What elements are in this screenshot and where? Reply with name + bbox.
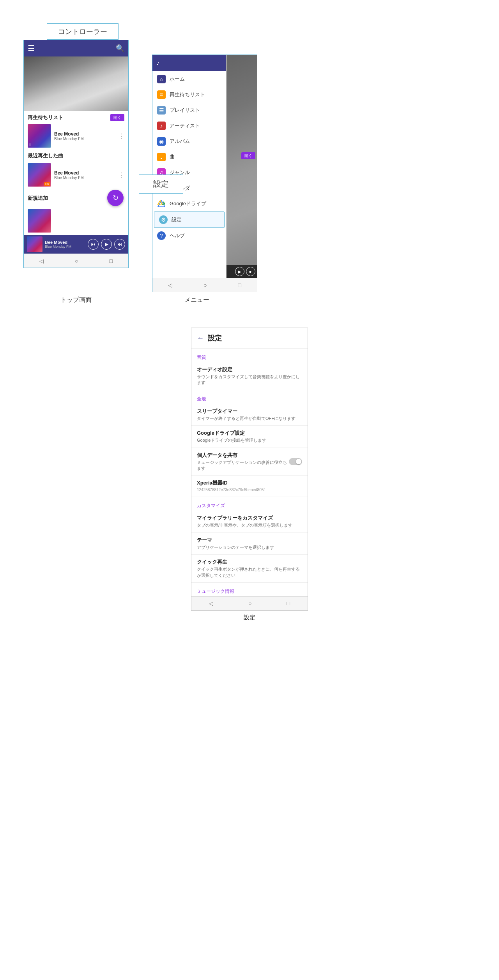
settings-nav-home[interactable]: ○ [248,600,251,606]
queue-icon: ≡ [157,90,166,99]
song-icon: ♩ [157,153,166,161]
np-info: Bee Moved Blue Monday FM [45,240,85,249]
settings-item-title: Xperia機器ID [197,479,302,486]
phone2: ♪ ⌂ ホーム ≡ 再生待ちリスト ☰ プレイリスト ♪ アーティスト ◉ アル… [152,55,257,292]
phone2-overlay [226,55,257,292]
settings-header: ← 設定 [191,328,308,349]
controller-label: コントローラー [47,23,119,40]
settings-item[interactable]: Googleドライブ設定 Googleドライブの接続を管理します [191,426,308,448]
recent-more-icon[interactable]: ⋮ [118,171,124,179]
play-button[interactable]: ▶ [101,239,112,250]
next-button[interactable]: ⏭ [114,239,125,250]
queue-track-thumbnail: ⏸ [28,124,51,148]
settings-page-title: 設定 [208,333,222,343]
album-icon: ◉ [157,137,166,146]
np-controls: ⏮ ▶ ⏭ [88,239,125,250]
menu-item-label-playlist: プレイリスト [170,107,200,114]
recent-track-item: HR Bee Moved Blue Monday FM ⋮ [24,162,128,188]
recent-track-sub: Blue Monday FM [54,176,115,180]
menu-item-label-settings: 設定 [172,216,182,223]
controller-group: コントローラー ☰ 🔍 再生待ちリスト 開く [23,23,129,268]
np-track-name: Bee Moved [45,240,85,245]
label-row: トップ画面 メニュー [23,296,250,304]
controller-label-text: コントローラー [58,28,107,35]
phone2-nav-back[interactable]: ◁ [168,282,172,288]
menu-header-icon: ♪ [156,60,159,67]
phone2-play-btn[interactable]: ▶ [235,267,244,276]
phone2-open-button[interactable]: 開く [241,152,255,159]
recent-section-header: 最近再生した曲 [24,149,128,162]
settings-item[interactable]: オーディオ設定 サウンドをカスタマイズして音楽視聴をより豊かにします [191,362,308,390]
menu-items-list: ⌂ ホーム ≡ 再生待ちリスト ☰ プレイリスト ♪ アーティスト ◉ アルバム… [152,71,226,243]
menu-item-playlist[interactable]: ☰ プレイリスト [152,102,226,118]
toggle-switch[interactable] [289,458,302,465]
hero-image [24,56,128,111]
menu-item-home[interactable]: ⌂ ホーム [152,71,226,87]
menu-item-label-help: ヘルプ [170,232,185,239]
menu-item-label-queue: 再生待ちリスト [170,91,205,98]
nav-recents[interactable]: □ [110,258,113,264]
settings-phone-nav: ◁ ○ □ [191,596,308,610]
new-track-thumbnail [28,209,51,233]
phone1-header: ☰ 🔍 [24,40,128,56]
settings-item[interactable]: 個人データを共有 ミュージックアプリケーションの改善に役立ちます [191,448,308,476]
phone2-nav-home[interactable]: ○ [203,282,207,288]
search-icon[interactable]: 🔍 [116,44,124,53]
queue-more-icon[interactable]: ⋮ [118,132,124,140]
prev-button[interactable]: ⏮ [88,239,99,250]
settings-nav-recents[interactable]: □ [287,600,290,606]
recent-track-thumbnail: HR [28,163,51,187]
queue-section-title: 再生待ちリスト [28,114,63,121]
settings-item-title: スリープタイマー [197,408,302,415]
menu-screen-label: メニュー [144,296,250,304]
settings-item-text: 個人データを共有 ミュージックアプリケーションの改善に役立ちます [197,452,289,472]
settings-item[interactable]: クイック再生 クイック再生ボタンが押されたときに、何を再生するか選択してください [191,555,308,583]
settings-item-desc: タブの表示/非表示や、タブの表示順を選択します [197,522,302,528]
toggle-knob [296,459,301,464]
shuffle-fab[interactable]: ↻ [107,190,124,206]
top-row: コントローラー ☰ 🔍 再生待ちリスト 開く [23,23,257,292]
phone1-nav: ◁ ○ □ [24,254,128,268]
nav-home[interactable]: ○ [75,258,78,264]
settings-section-label-カスタマイズ: カスタマイズ [191,497,308,511]
nav-back[interactable]: ◁ [39,258,44,264]
recent-section-title: 最近再生した曲 [28,152,63,159]
menu-item-help[interactable]: ? ヘルプ [152,228,226,243]
phone1: ☰ 🔍 再生待ちリスト 開く ⏸ [23,40,129,268]
pause-icon: ⏸ [28,143,32,147]
settings-nav-back[interactable]: ◁ [209,600,213,606]
settings-section-label-ミュージック情報: ミュージック情報 [191,583,308,596]
menu-item-album[interactable]: ◉ アルバム [152,134,226,149]
settings-item-title: オーディオ設定 [197,366,302,373]
queue-track-info: Bee Moved Blue Monday FM [54,131,115,141]
settings-item[interactable]: スリープタイマー タイマーが終了すると再生が自動でOFFになります [191,404,308,426]
hamburger-icon[interactable]: ☰ [28,44,35,53]
new-thumb-img [28,209,51,233]
settings-item-title: クイック再生 [197,559,302,566]
menu-item-label-artist: アーティスト [170,122,200,129]
phone2-nav-recents[interactable]: □ [238,282,241,288]
menu-header: ♪ [152,55,226,71]
queue-track-name: Bee Moved [54,131,115,137]
settings-item-title: テーマ [197,537,302,544]
gdrive-icon [157,199,166,208]
phone2-wrapper: ♪ ⌂ ホーム ≡ 再生待ちリスト ☰ プレイリスト ♪ アーティスト ◉ アル… [152,55,257,292]
phone2-next-btn[interactable]: ⏭ [246,267,255,276]
settings-item[interactable]: Xperia機器ID 12425878812e73e832c79c5beaed8… [191,476,308,497]
queue-open-button[interactable]: 開く [110,114,124,121]
settings-item[interactable]: マイライブラリーをカスタマイズ タブの表示/非表示や、タブの表示順を選択します [191,511,308,532]
phone2-nav: ◁ ○ □ [152,278,257,292]
recent-thumb-img: HR [28,163,51,187]
settings-item-title: マイライブラリーをカスタマイズ [197,515,302,522]
settings-item-desc: クイック再生ボタンが押されたときに、何を再生するか選択してください [197,566,302,578]
menu-item-gdrive[interactable]: Googleドライブ [152,196,226,212]
menu-item-label-album: アルバム [170,138,190,145]
settings-back-icon[interactable]: ← [197,334,204,342]
menu-item-settings[interactable]: ⚙ 設定 [154,212,225,228]
menu-item-song[interactable]: ♩ 曲 [152,149,226,165]
menu-item-queue[interactable]: ≡ 再生待ちリスト [152,87,226,102]
settings-item[interactable]: テーマ アプリケーションのテーマを選択します [191,533,308,555]
menu-item-artist[interactable]: ♪ アーティスト [152,118,226,134]
phone2-nowplaying: ▶ ⏭ [226,265,257,278]
settings-item-desc: サウンドをカスタマイズして音楽視聴をより豊かにします [197,374,302,386]
